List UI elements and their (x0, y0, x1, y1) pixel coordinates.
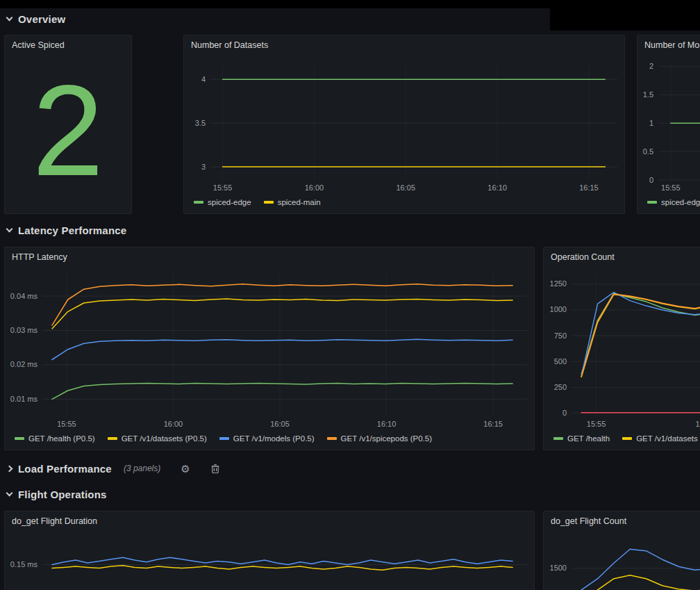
svg-text:0.03 ms: 0.03 ms (10, 326, 38, 334)
legend-label: spiced-main (278, 198, 321, 206)
panel-active-spiced: Active Spiced 2 (4, 35, 132, 214)
legend-series-swatch-icon (219, 437, 229, 440)
panel-title[interactable]: Operation Count (544, 247, 700, 267)
svg-text:15:55: 15:55 (213, 183, 233, 192)
panel-operation-count: Operation Count 02505007501000125015:551… (543, 247, 700, 450)
svg-text:16:05: 16:05 (270, 420, 290, 428)
chart-legend: GET /health (P0.5)GET /v1/datasets (P0.5… (5, 432, 534, 450)
svg-text:0.01 ms: 0.01 ms (10, 395, 38, 403)
svg-text:16:00: 16:00 (695, 420, 700, 428)
legend-series-swatch-icon (327, 437, 337, 440)
legend-series-swatch-icon (553, 437, 563, 440)
svg-text:4: 4 (201, 75, 206, 83)
svg-text:16:05: 16:05 (397, 183, 416, 192)
chevron-down-icon (6, 225, 13, 232)
section-title: Latency Performance (18, 224, 126, 236)
svg-text:0.04 ms: 0.04 ms (10, 292, 38, 300)
svg-text:0.02 ms: 0.02 ms (10, 360, 38, 368)
section-header-load-performance[interactable]: Load Performance (3 panels) ⚙ (7, 460, 220, 477)
http-latency-chart[interactable]: 0.01 ms0.02 ms0.03 ms0.04 ms15:5516:0016… (5, 267, 534, 432)
stat-value: 2 (5, 55, 131, 213)
legend-item[interactable]: spiced-edge (647, 198, 700, 206)
panel-number-of-models: Number of Models 00.511.5215:5516:0016:0… (637, 35, 700, 214)
section-title: Overview (18, 13, 65, 25)
legend-item[interactable]: spiced-main (264, 198, 321, 206)
legend-label: GET /health (567, 434, 610, 443)
legend-series-swatch-icon (15, 437, 24, 440)
legend-item[interactable]: GET /v1/datasets (622, 434, 698, 443)
gear-icon[interactable]: ⚙ (181, 464, 190, 474)
legend-item[interactable]: GET /v1/spicepods (P0.5) (327, 434, 432, 443)
svg-text:0.15 ms: 0.15 ms (10, 560, 38, 568)
panel-title[interactable]: Number of Datasets (184, 35, 624, 55)
svg-text:16:00: 16:00 (164, 420, 183, 428)
legend-item[interactable]: GET /health (553, 434, 610, 443)
svg-text:3.5: 3.5 (195, 119, 206, 127)
section-panel-count: (3 panels) (124, 464, 160, 473)
top-right-black-region (550, 0, 700, 31)
operation-count-chart[interactable]: 02505007501000125015:5516:0016:0516:1016… (544, 267, 700, 432)
svg-text:3: 3 (201, 163, 206, 171)
panel-title[interactable]: HTTP Latency (5, 247, 534, 267)
legend-label: GET /health (P0.5) (28, 434, 95, 443)
legend-item[interactable]: GET /v1/models (P0.5) (219, 434, 315, 443)
svg-text:1250: 1250 (550, 279, 567, 288)
svg-text:1000: 1000 (550, 305, 567, 313)
trash-icon[interactable] (210, 464, 220, 474)
svg-text:16:00: 16:00 (305, 183, 324, 192)
panel-title[interactable]: do_get Flight Count (544, 511, 700, 531)
svg-text:16:10: 16:10 (377, 420, 397, 428)
svg-text:16:10: 16:10 (488, 183, 507, 192)
svg-text:0: 0 (562, 409, 567, 417)
svg-text:15:55: 15:55 (57, 420, 76, 428)
panel-do-get-flight-count: do_get Flight Count 15001000500 (543, 511, 700, 590)
chevron-down-icon (6, 14, 13, 21)
panel-title[interactable]: do_get Flight Duration (5, 511, 534, 531)
legend-label: GET /v1/datasets (636, 434, 698, 443)
legend-series-swatch-icon (194, 201, 203, 204)
svg-text:16:15: 16:15 (579, 183, 599, 192)
panel-number-of-datasets: Number of Datasets 33.5415:5516:0016:051… (183, 35, 625, 214)
legend-item[interactable]: spiced-edge (194, 198, 251, 206)
number-of-models-chart[interactable]: 00.511.5215:5516:0016:0516:1016:15 (638, 55, 700, 195)
legend-label: spiced-edge (661, 198, 700, 206)
chart-legend: spiced-edge (638, 195, 700, 213)
panel-do-get-flight-duration: do_get Flight Duration 0.15 ms0.1 ms0.05… (4, 511, 535, 590)
chart-legend: GET /healthGET /v1/datasets (544, 432, 700, 450)
svg-text:0: 0 (649, 176, 653, 184)
legend-series-swatch-icon (622, 437, 632, 440)
chevron-right-icon (6, 465, 13, 472)
svg-text:2: 2 (649, 62, 653, 70)
legend-label: GET /v1/spicepods (P0.5) (341, 434, 432, 443)
legend-label: GET /v1/datasets (P0.5) (122, 434, 207, 443)
section-header-overview[interactable]: Overview (7, 10, 65, 27)
panel-http-latency: HTTP Latency 0.01 ms0.02 ms0.03 ms0.04 m… (4, 247, 535, 450)
svg-text:1: 1 (649, 119, 653, 127)
svg-text:16:15: 16:15 (483, 420, 503, 428)
svg-text:1.5: 1.5 (643, 90, 653, 99)
svg-text:250: 250 (554, 383, 567, 391)
panel-title[interactable]: Number of Models (638, 35, 700, 55)
svg-text:15:55: 15:55 (661, 183, 681, 192)
legend-item[interactable]: GET /v1/datasets (P0.5) (108, 434, 207, 443)
legend-series-swatch-icon (264, 201, 274, 204)
legend-series-swatch-icon (647, 201, 657, 204)
section-header-latency-performance[interactable]: Latency Performance (7, 222, 126, 238)
legend-label: GET /v1/models (P0.5) (233, 434, 315, 443)
svg-text:750: 750 (554, 331, 567, 340)
legend-series-swatch-icon (108, 437, 117, 440)
section-title: Flight Operations (18, 489, 107, 500)
panel-title[interactable]: Active Spiced (5, 35, 131, 55)
section-title: Load Performance (18, 463, 112, 475)
svg-text:0.5: 0.5 (643, 147, 653, 156)
legend-item[interactable]: GET /health (P0.5) (15, 434, 95, 443)
number-of-datasets-chart[interactable]: 33.5415:5516:0016:0516:1016:15 (184, 55, 624, 195)
section-header-flight-operations[interactable]: Flight Operations (7, 486, 107, 502)
do-get-flight-count-chart[interactable]: 15001000500 (544, 531, 700, 590)
legend-label: spiced-edge (208, 198, 251, 206)
chevron-down-icon (6, 489, 13, 496)
svg-text:500: 500 (554, 357, 567, 366)
svg-text:15:55: 15:55 (587, 420, 606, 428)
grafana-dashboard: Overview Active Spiced 2 Number of Datas… (0, 0, 700, 590)
do-get-flight-duration-chart[interactable]: 0.15 ms0.1 ms0.05 ms (5, 531, 534, 590)
